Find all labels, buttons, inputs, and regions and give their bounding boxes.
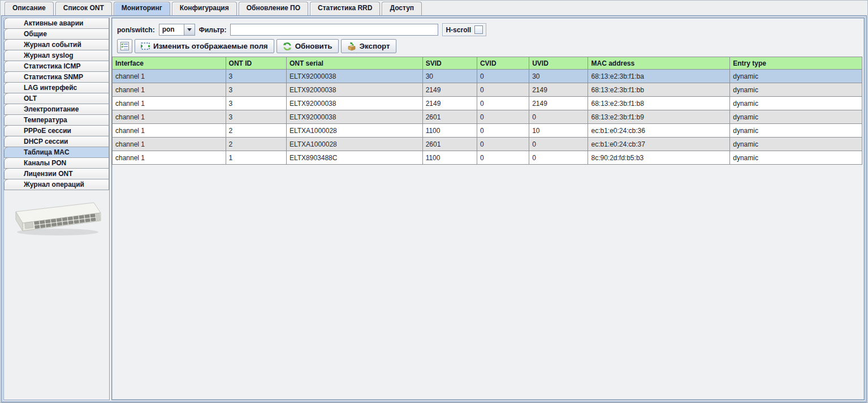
table-cell: 0 bbox=[477, 83, 529, 97]
hscroll-checkbox[interactable] bbox=[474, 25, 483, 34]
mac-table-panel: pon/switch: pon Фильтр: H-scroll bbox=[111, 18, 865, 400]
sidebar-item-pon-channels[interactable]: Каналы PON bbox=[4, 157, 109, 169]
table-cell: 8c:90:2d:fd:b5:b3 bbox=[588, 151, 730, 165]
sidebar-item-olt[interactable]: OLT bbox=[4, 93, 109, 104]
table-cell: 68:13:e2:3b:f1:b9 bbox=[588, 110, 730, 124]
sidebar-item-dhcp-sessions[interactable]: DHCP сессии bbox=[4, 136, 109, 147]
sidebar-item-snmp-stats[interactable]: Статистика SNMP bbox=[4, 71, 109, 83]
sidebar-item-operations-log[interactable]: Журнал операций bbox=[4, 179, 109, 190]
tab-ont-list[interactable]: Список ONT bbox=[55, 2, 112, 15]
tab-rrd-statistics[interactable]: Статистика RRD bbox=[310, 2, 380, 15]
hscroll-label: H-scroll bbox=[446, 26, 471, 34]
refresh-label: Обновить bbox=[295, 42, 332, 50]
monitoring-sidebar: Активные аварииОбщиеЖурнал событийЖурнал… bbox=[3, 18, 110, 400]
column-header-ont-id[interactable]: ONT ID bbox=[226, 57, 286, 70]
sidebar-item-active-alarms[interactable]: Активные аварии bbox=[4, 18, 109, 29]
table-cell: channel 1 bbox=[113, 124, 226, 138]
table-cell: 10 bbox=[529, 124, 588, 138]
table-cell: dynamic bbox=[730, 110, 862, 124]
table-cell: 2149 bbox=[422, 97, 477, 110]
table-cell: 3 bbox=[226, 97, 286, 110]
sidebar-item-syslog-log[interactable]: Журнал syslog bbox=[4, 50, 109, 61]
edit-displayed-fields-button[interactable]: Изменить отображаемые поля bbox=[135, 39, 274, 53]
mac-address-table: InterfaceONT IDONT serialSVIDCVIDUVIDMAC… bbox=[112, 57, 862, 165]
refresh-button[interactable]: Обновить bbox=[277, 39, 339, 53]
table-row[interactable]: channel 13ELTX9200003821490214968:13:e2:… bbox=[113, 83, 862, 97]
export-button[interactable]: Экспорт bbox=[341, 39, 396, 53]
table-row[interactable]: channel 12ELTXA1000028260100ec:b1:e0:24:… bbox=[113, 138, 862, 151]
table-cell: 0 bbox=[477, 138, 529, 151]
table-cell: 1100 bbox=[422, 124, 477, 138]
column-header-ont-serial[interactable]: ONT serial bbox=[286, 57, 422, 70]
table-cell: 30 bbox=[422, 70, 477, 83]
sidebar-item-icmp-stats[interactable]: Статистика ICMP bbox=[4, 61, 109, 72]
chevron-down-icon bbox=[187, 28, 192, 31]
table-cell: ec:b1:e0:24:cb:37 bbox=[588, 138, 730, 151]
table-cell: 2601 bbox=[422, 110, 477, 124]
table-cell: 3 bbox=[226, 83, 286, 97]
table-cell: channel 1 bbox=[113, 110, 226, 124]
tab-access[interactable]: Доступ bbox=[382, 2, 422, 15]
sidebar-item-general[interactable]: Общие bbox=[4, 28, 109, 40]
table-cell: 2 bbox=[226, 124, 286, 138]
table-cell: dynamic bbox=[730, 124, 862, 138]
table-cell: 0 bbox=[477, 124, 529, 138]
tab-configuration[interactable]: Конфигурация bbox=[172, 2, 237, 15]
sidebar-item-power-supply[interactable]: Электропитание bbox=[4, 104, 109, 115]
sidebar-item-list: Активные аварииОбщиеЖурнал событийЖурнал… bbox=[4, 18, 109, 190]
mac-table-wrap: InterfaceONT IDONT serialSVIDCVIDUVIDMAC… bbox=[112, 57, 864, 165]
table-row[interactable]: channel 13ELTX9200003826010068:13:e2:3b:… bbox=[113, 110, 862, 124]
export-label: Экспорт bbox=[360, 42, 390, 50]
sidebar-item-mac-table[interactable]: Таблица MAC bbox=[4, 147, 109, 158]
column-header-cvid[interactable]: CVID bbox=[477, 57, 529, 70]
table-cell: dynamic bbox=[730, 151, 862, 165]
combo-arrow-button[interactable] bbox=[184, 24, 195, 35]
table-cell: 30 bbox=[529, 70, 588, 83]
table-cell: ec:b1:e0:24:cb:36 bbox=[588, 124, 730, 138]
column-list-button[interactable] bbox=[117, 39, 132, 53]
column-header-mac-address[interactable]: MAC address bbox=[588, 57, 730, 70]
tab-monitoring[interactable]: Мониторинг bbox=[114, 2, 170, 15]
sidebar-item-event-log[interactable]: Журнал событий bbox=[4, 39, 109, 50]
sidebar-item-ont-licenses[interactable]: Лицензии ONT bbox=[4, 168, 109, 179]
table-cell: 1 bbox=[226, 151, 286, 165]
filter-input[interactable] bbox=[230, 24, 438, 36]
table-cell: 68:13:e2:3b:f1:bb bbox=[588, 83, 730, 97]
column-header-svid[interactable]: SVID bbox=[422, 57, 477, 70]
table-row[interactable]: channel 12ELTXA10000281100010ec:b1:e0:24… bbox=[113, 124, 862, 138]
table-cell: 3 bbox=[226, 70, 286, 83]
sidebar-item-pppoe-sessions[interactable]: PPPoE сессии bbox=[4, 125, 109, 136]
table-cell: ELTX92000038 bbox=[286, 83, 422, 97]
table-cell: dynamic bbox=[730, 97, 862, 110]
table-cell: dynamic bbox=[730, 138, 862, 151]
pon-switch-select[interactable]: pon bbox=[159, 24, 195, 36]
table-cell: 2149 bbox=[529, 83, 588, 97]
table-cell: 2149 bbox=[529, 97, 588, 110]
application-window: ОписаниеСписок ONTМониторингКонфигурация… bbox=[0, 0, 868, 403]
pon-switch-selected-value: pon bbox=[159, 24, 184, 35]
filter-label: Фильтр: bbox=[199, 26, 227, 34]
column-header-uvid[interactable]: UVID bbox=[529, 57, 588, 70]
hscroll-group: H-scroll bbox=[442, 23, 486, 36]
checklist-icon bbox=[120, 42, 129, 50]
table-row[interactable]: channel 11ELTX8903488C1100008c:90:2d:fd:… bbox=[113, 151, 862, 165]
column-header-interface[interactable]: Interface bbox=[113, 57, 226, 70]
table-cell: 0 bbox=[477, 70, 529, 83]
tab-firmware-update[interactable]: Обновление ПО bbox=[239, 2, 308, 15]
sidebar-item-lag-interface[interactable]: LAG интерфейс bbox=[4, 82, 109, 93]
olt-device-illustration bbox=[9, 196, 104, 240]
table-cell: channel 1 bbox=[113, 138, 226, 151]
tab-description[interactable]: Описание bbox=[5, 2, 54, 15]
table-cell: 68:13:e2:3b:f1:b8 bbox=[588, 97, 730, 110]
table-cell: 1100 bbox=[422, 151, 477, 165]
table-row[interactable]: channel 13ELTX920000383003068:13:e2:3b:f… bbox=[113, 70, 862, 83]
column-header-entry-type[interactable]: Entry type bbox=[730, 57, 862, 70]
edit-displayed-fields-label: Изменить отображаемые поля bbox=[153, 42, 268, 50]
pon-switch-label: pon/switch: bbox=[117, 26, 155, 34]
export-icon bbox=[347, 42, 356, 51]
monitoring-tab-pane: Активные аварииОбщиеЖурнал событийЖурнал… bbox=[1, 15, 867, 402]
selection-rectangle-icon bbox=[141, 42, 150, 50]
table-cell: 3 bbox=[226, 110, 286, 124]
table-row[interactable]: channel 13ELTX9200003821490214968:13:e2:… bbox=[113, 97, 862, 110]
sidebar-item-temperature[interactable]: Температура bbox=[4, 114, 109, 126]
